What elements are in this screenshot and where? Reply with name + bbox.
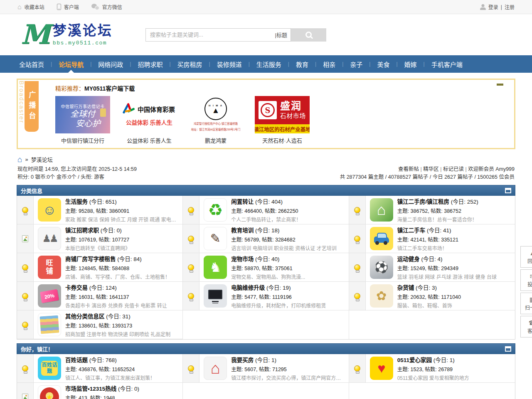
nav-item-8[interactable]: 相亲 xyxy=(316,55,342,73)
forum-cell xyxy=(349,383,515,399)
forum-title-link[interactable]: 杂货铺 xyxy=(397,285,414,291)
lightbulb-icon xyxy=(188,236,194,242)
forum-counts: 主题: 5477, 帖数: 1119196 xyxy=(231,293,326,300)
lightbulb-icon xyxy=(188,207,194,213)
nav-item-1[interactable]: 论坛导航 xyxy=(52,55,90,73)
search-icon xyxy=(305,32,312,38)
site-title: 梦溪论坛 xyxy=(53,23,113,38)
nav-item-4[interactable]: 买房租房 xyxy=(171,55,209,73)
forum-title-link[interactable]: 镇江招聘求职 xyxy=(65,227,99,234)
favorite-site-link[interactable]: ⌂ 收藏本站 xyxy=(17,3,44,10)
broadcaster-headline: 精彩推荐：MY0511客户端下载 xyxy=(55,84,510,92)
nav-item-10[interactable]: 美食 xyxy=(370,55,396,73)
forum-title-row: 0511爱心家园 (今日: 1) xyxy=(397,355,469,364)
minimize-panel-button[interactable] xyxy=(497,84,503,86)
ad-citic-bank[interactable]: 中信银行万事达借记卡 全球付 安心护 中信银行镇江分行 xyxy=(55,96,110,144)
forum-title-link[interactable]: 其他分类信息区 xyxy=(65,313,105,320)
breadcrumb-home-icon[interactable]: ⌂ xyxy=(17,155,22,163)
ad-sports-banner[interactable]: 中国体育彩票 公益体彩 乐善人生 xyxy=(122,96,177,133)
search-scope-selector[interactable]: |标题 xyxy=(275,31,287,39)
new-posts-indicator xyxy=(17,282,34,310)
forum-title-link[interactable]: 宠物市场 xyxy=(231,256,254,262)
ad-stone-banner[interactable]: S 盛润 石材市场 镇江地区的石材产业基地 xyxy=(255,96,310,133)
ad-caption[interactable]: 公益体彩 乐善人生 xyxy=(122,136,177,144)
nav-item-5[interactable]: 装修频道 xyxy=(210,55,249,73)
forum-cell: ✿杂货铺 (今日: 3)主题: 20632, 帖数: 1171040服装、箱包、… xyxy=(349,282,515,310)
ad-stone-market[interactable]: S 盛润 石材市场 镇江地区的石材产业基地 天然石材·人造石 xyxy=(255,96,310,144)
forum-title-link[interactable]: 0511爱心家园 xyxy=(397,357,432,363)
forum-title-link[interactable]: 百姓话题 xyxy=(65,357,88,363)
back-to-top-button[interactable]: ▲回顶 xyxy=(520,246,532,268)
meta-link-1[interactable]: 精华区 xyxy=(423,166,439,172)
broadcaster-ribbon[interactable]: 广播台 xyxy=(25,81,39,132)
forum-title-row: 其他分类信息区 (今日: 31) xyxy=(65,312,170,320)
forum-cell-body: ♞宠物市场 (今日: 40)主题: 58870, 帖数: 375061宠物交易、… xyxy=(200,253,348,281)
nav-item-11[interactable]: 婚嫁 xyxy=(398,55,424,73)
forum-description: 各类超市卡 演出券 兑换券 充值卡 电影票 转让 xyxy=(65,302,167,309)
nav-item-2[interactable]: 网络问政 xyxy=(91,55,130,73)
lightbulb-icon xyxy=(354,207,360,213)
ad-hima-banner[interactable]: H I M A ▲ 鸿蒙智行授权用户中心·镇江官塘桥路 地址：镇江市润州区官塘桥… xyxy=(188,96,243,133)
ad-sports-lottery[interactable]: 中国体育彩票 公益体彩 乐善人生 公益体彩 乐善人生 xyxy=(122,96,177,144)
ad-hima[interactable]: H I M A ▲ 鸿蒙智行授权用户中心·镇江官塘桥路 地址：镇江市润州区官塘桥… xyxy=(188,96,243,144)
forum-title-link[interactable]: 镇江二手房/镇江租房 xyxy=(397,199,449,205)
forum-title-link[interactable]: 商铺厂房写字楼租售 xyxy=(65,256,116,262)
service-button[interactable]: ☎客服 xyxy=(520,316,532,337)
nav-item-7[interactable]: 教育 xyxy=(289,55,315,73)
search-input[interactable] xyxy=(150,32,275,38)
ad-caption[interactable]: 鹏龙鸿蒙 xyxy=(188,136,243,144)
forum-title-link[interactable]: 镇江二手车 xyxy=(397,227,426,234)
forum-title-link[interactable]: 教育培训 xyxy=(231,227,254,234)
new-posts-indicator xyxy=(349,196,366,224)
official-wechat-link[interactable]: 官方微信 xyxy=(91,3,122,10)
section-title: 分类信息 xyxy=(21,187,42,195)
topbar: ⌂ 收藏本站 客户端 官方微信 登录 | 注册 xyxy=(0,0,532,14)
redirect-indicator xyxy=(17,224,34,253)
register-link[interactable]: 注册 xyxy=(505,3,515,10)
visit-time-line: 现在时间是 14:59, 您上次访问是在 2025-12-5 14:59 xyxy=(17,165,137,173)
forum-title-link[interactable]: 我要买房 xyxy=(231,357,254,363)
nav-item-3[interactable]: 招聘求职 xyxy=(131,55,169,73)
forum-title-link[interactable]: 卡券交易 xyxy=(65,285,88,291)
breadcrumb-current[interactable]: 梦溪论坛 xyxy=(31,155,53,163)
ad-citic-banner[interactable]: 中信银行万事达借记卡 全球付 安心护 xyxy=(55,96,110,133)
client-app-link[interactable]: 客户端 xyxy=(57,3,79,10)
collapse-section-icon[interactable] xyxy=(505,346,511,352)
home-icon: ⌂ xyxy=(17,4,22,10)
forum-title-link[interactable]: 闲置转让 xyxy=(231,199,254,205)
forum-title-link[interactable]: 市场监管•12315热线 xyxy=(65,386,116,392)
forum-today-count: (今日: 1) xyxy=(254,357,276,363)
new-posts-indicator xyxy=(183,253,200,281)
lightbulb-icon xyxy=(22,322,28,328)
forum-counts: 主题: 95288, 帖数: 3860091 xyxy=(65,207,178,214)
new-posts-indicator xyxy=(183,224,200,253)
forum-counts: 主题: 413, 帖数: 1948 xyxy=(65,394,139,399)
forum-counts: 主题: 20632, 帖数: 1171040 xyxy=(397,293,461,300)
forum-title-row: 商铺厂房写字楼租售 (今日: 84) xyxy=(65,254,170,263)
section-hello-zhenjiang: 你好，镇江！ 百姓话题百姓话题 (今日: 768)主题: 436876, 帖数:… xyxy=(17,343,515,399)
ad-caption[interactable]: 中信银行镇江分行 xyxy=(55,136,110,144)
forum-title-link[interactable]: 运动健身 xyxy=(397,256,420,262)
search-button[interactable] xyxy=(291,28,326,42)
nav-item-6[interactable]: 生活服务 xyxy=(250,55,288,73)
forum-cell: 20%卡券交易 (今日: 124)主题: 16031, 帖数: 1641137各… xyxy=(17,282,183,310)
forum-title-link[interactable]: 电脑维修升级 xyxy=(231,285,265,291)
meta-link-0[interactable]: 查看新帖 xyxy=(398,166,419,172)
forum-today-count: (今日: 0) xyxy=(99,227,122,234)
scan-qr-button[interactable]: ▦扫一扫 xyxy=(520,293,532,314)
nav-item-12[interactable]: 手机客户端 xyxy=(425,55,469,73)
complaint-button[interactable]: ✉投诉 xyxy=(520,269,532,291)
forum-counts: 主题: 1523, 帖数: 26789 xyxy=(397,365,469,373)
forum-cell-body: 电脑维修升级 (今日: 19)主题: 5477, 帖数: 1119196电脑维修… xyxy=(200,282,348,310)
nav-item-9[interactable]: 亲子 xyxy=(343,55,369,73)
site-logo[interactable]: M 梦溪论坛 bbs.my0511.com xyxy=(21,23,116,46)
used-car-icon xyxy=(370,227,393,250)
forum-title-link[interactable]: 生活服务 xyxy=(65,199,88,205)
meta-link-2[interactable]: 标记已读 xyxy=(443,166,464,172)
nav-item-0[interactable]: 全站首页 xyxy=(12,55,51,73)
ad-caption[interactable]: 天然石材·人造石 xyxy=(255,136,310,144)
headline-text[interactable]: MY0511客户端下载 xyxy=(84,85,135,92)
collapse-section-icon[interactable] xyxy=(505,188,511,193)
forum-cell-body: ★市场监管•12315热线 (今日: 0)主题: 413, 帖数: 1948市场… xyxy=(34,383,182,399)
login-link[interactable]: 登录 xyxy=(488,3,498,10)
